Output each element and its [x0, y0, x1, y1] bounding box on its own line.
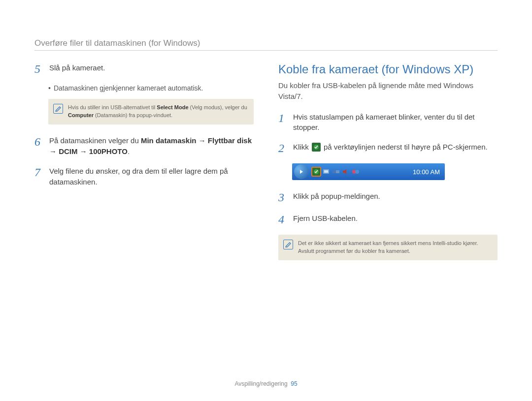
left-column: 5 Slå på kameraet. • Datamaskinen gjenkj… [34, 62, 254, 271]
step-number: 6 [34, 135, 46, 157]
step-text-part: . [128, 147, 130, 155]
section-title: Koble fra kameraet (for Windows XP) [278, 62, 498, 76]
step-text: Klikk på popup-meldingen. [293, 191, 498, 204]
step-text: Fjern USB-kabelen. [293, 213, 498, 226]
step-number: 3 [278, 191, 290, 204]
step-text: Klikk på verktøylinjen nederst til høyre… [293, 142, 498, 154]
content-columns: 5 Slå på kameraet. • Datamaskinen gjenkj… [34, 62, 498, 271]
bullet-dot: • [48, 84, 51, 92]
step-text: Hvis statuslampen på kameraet blinker, v… [293, 112, 498, 133]
note-icon [53, 104, 63, 114]
step-5: 5 Slå på kameraet. [34, 62, 254, 75]
step-number: 5 [34, 62, 46, 75]
bullet-text: Datamaskinen gjenkjenner kameraet automa… [54, 84, 203, 92]
step-number: 7 [34, 166, 46, 187]
taskbar-screenshot: 10:00 AM [292, 163, 445, 180]
safely-remove-tray-icon [312, 167, 321, 176]
tray-icon [322, 167, 331, 176]
step-text: Slå på kameraet. [49, 62, 254, 75]
tray-icon [332, 167, 340, 176]
note-right: Det er ikke sikkert at kameraet kan fjer… [278, 235, 498, 260]
tray-icon [351, 167, 360, 176]
step-number: 1 [278, 112, 290, 133]
step-6: 6 På datamaskinen velger du Min datamask… [34, 135, 254, 157]
section-intro: Du kobler fra USB-kabelen på lignende må… [278, 80, 498, 102]
volume-tray-icon [341, 167, 350, 176]
step-7: 7 Velg filene du ønsker, og dra dem til … [34, 166, 254, 187]
start-button-icon [294, 164, 309, 179]
svg-rect-5 [324, 170, 328, 173]
step-number: 2 [278, 142, 290, 154]
svg-point-9 [355, 170, 359, 174]
svg-rect-6 [332, 170, 336, 173]
footer-section: Avspilling/redigering [234, 380, 287, 387]
note-text-part: (Datamaskin) fra popup-vinduet. [94, 112, 172, 118]
step-4: 4 Fjern USB-kabelen. [278, 213, 498, 226]
step-2: 2 Klikk på verktøylinjen nederst til høy… [278, 142, 498, 154]
note-icon [283, 240, 293, 249]
right-column: Koble fra kameraet (for Windows XP) Du k… [278, 62, 498, 271]
note-text: Det er ikke sikkert at kameraet kan fjer… [298, 240, 478, 254]
step-5-bullet: • Datamaskinen gjenkjenner kameraet auto… [48, 84, 254, 92]
step-text-part: på verktøylinjen nederst til høyre på PC… [324, 143, 488, 151]
taskbar-clock: 10:00 AM [408, 168, 445, 176]
step-number: 4 [278, 213, 290, 226]
page-number: 95 [291, 380, 297, 387]
system-tray [310, 167, 362, 176]
step-3: 3 Klikk på popup-meldingen. [278, 191, 498, 204]
step-text: På datamaskinen velger du Min datamaskin… [49, 135, 254, 157]
note-text-bold: Computer [68, 112, 94, 118]
manual-page: Overføre filer til datamaskinen (for Win… [0, 0, 532, 401]
step-1: 1 Hvis statuslampen på kameraet blinker,… [278, 112, 498, 133]
note-text-part: Hvis du stiller inn USB-alternativet til [68, 104, 157, 110]
page-footer: Avspilling/redigering 95 [0, 380, 532, 387]
step-text-part: På datamaskinen velger du [49, 136, 141, 145]
note-step5: Hvis du stiller inn USB-alternativet til… [48, 99, 254, 124]
note-text-bold: Select Mode [157, 104, 188, 110]
note-text-part: (Velg modus), velger du [189, 104, 247, 110]
step-text-part: Klikk [293, 143, 311, 151]
step-text: Velg filene du ønsker, og dra dem til el… [49, 166, 254, 187]
safely-remove-icon [312, 143, 321, 152]
breadcrumb: Overføre filer til datamaskinen (for Win… [34, 38, 498, 51]
svg-rect-7 [336, 170, 339, 173]
